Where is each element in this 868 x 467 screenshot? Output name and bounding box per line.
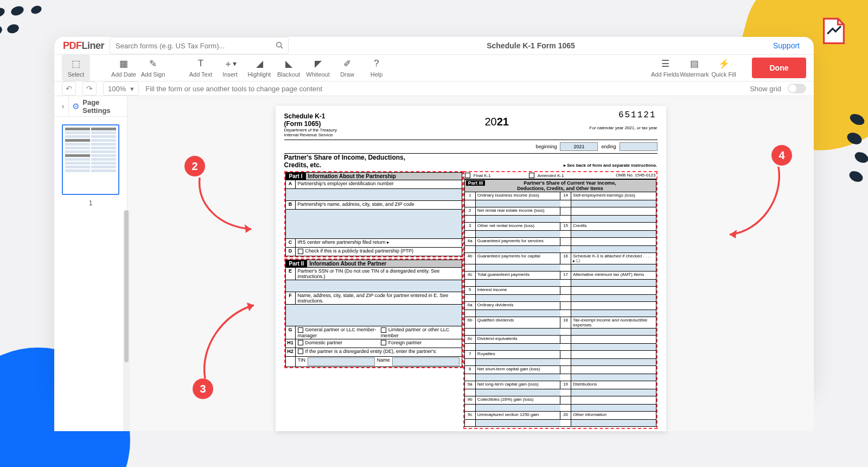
tool-whiteout[interactable]: ◤Whiteout	[304, 55, 332, 81]
cursor-icon: ⬚	[72, 58, 80, 69]
tool-watermark[interactable]: ▤Watermark	[680, 55, 709, 81]
sidebar-header: ‹ ⚙ Page Settings	[54, 96, 127, 117]
tool-quick-fill[interactable]: ⚡Quick Fill	[710, 55, 738, 81]
svg-point-3	[0, 24, 3, 37]
gear-icon: ⚙	[72, 102, 79, 111]
whiteout-icon: ◤	[315, 58, 322, 69]
fields-icon: ☰	[661, 58, 669, 69]
form-page[interactable]: 651121 Schedule K-1 (Form 1065) Departme…	[276, 106, 666, 431]
svg-marker-12	[247, 302, 254, 311]
app-window: PDFLiner Schedule K-1 Form 1065 Support …	[54, 37, 814, 391]
field-B[interactable]	[285, 210, 462, 239]
tool-add-date[interactable]: ▦Add Date	[110, 55, 138, 81]
done-button[interactable]: Done	[752, 58, 806, 78]
header-bar: PDFLiner Schedule K-1 Form 1065 Support	[54, 37, 814, 55]
tool-add-text[interactable]: TAdd Text	[187, 55, 215, 81]
svg-marker-13	[730, 230, 737, 238]
page-thumbnail[interactable]	[62, 124, 119, 195]
draw-icon: ✐	[343, 58, 351, 69]
tool-blackout[interactable]: ◣Blackout	[275, 55, 303, 81]
tool-select[interactable]: ⬚Select	[62, 55, 90, 81]
callout-2: 2	[184, 156, 205, 176]
hint-text: Fill the form or use another tools to ch…	[145, 85, 322, 93]
highlight-box-part2: Part IIInformation About the Partner EPa…	[284, 258, 463, 368]
toolbar: ⬚Select ▦Add Date ✎Add Sign TAdd Text ＋▾…	[54, 55, 814, 81]
thumb-page-number: 1	[62, 199, 119, 207]
app-logo: PDFLiner	[63, 40, 104, 52]
subbar: ↶ ↷ 100%▾ Fill the form or use another t…	[54, 81, 814, 96]
svg-point-2	[30, 4, 43, 15]
svg-point-8	[847, 169, 864, 184]
form-number: 651121	[618, 110, 656, 120]
brand-corner-icon	[819, 16, 848, 46]
show-grid-label: Show grid	[750, 85, 781, 93]
sidebar: ‹ ⚙ Page Settings 1	[54, 96, 127, 431]
decoration-paint-right	[825, 109, 868, 185]
schedule-title: Schedule K-1	[284, 112, 463, 120]
help-icon: ?	[374, 58, 379, 69]
support-link[interactable]: Support	[773, 41, 805, 50]
search-input[interactable]	[110, 37, 289, 54]
highlight-icon: ◢	[256, 58, 263, 69]
highlight-box-part3: Final K-1 Amended K-1 OMB No. 1545-0123 …	[463, 171, 658, 429]
field-E[interactable]	[285, 280, 462, 292]
chevron-down-icon: ▾	[130, 85, 134, 93]
tool-add-fields[interactable]: ☰Add Fields	[651, 55, 679, 81]
arrow-2	[192, 172, 262, 237]
svg-marker-11	[245, 224, 251, 233]
plus-icon: ＋▾	[224, 58, 237, 69]
sidebar-back-button[interactable]: ‹	[58, 96, 69, 116]
tool-help[interactable]: ?Help	[362, 55, 391, 81]
calendar-icon: ▦	[119, 58, 128, 69]
zoom-dropdown[interactable]: 100%▾	[103, 81, 139, 96]
undo-button[interactable]: ↶	[62, 81, 76, 96]
watermark-icon: ▤	[690, 58, 699, 69]
arrow-3	[197, 297, 262, 384]
show-grid-toggle[interactable]	[788, 84, 806, 93]
signature-icon: ✎	[149, 58, 157, 69]
svg-point-9	[277, 42, 282, 47]
omb-number: OMB No. 1545-0123	[592, 172, 656, 179]
tool-insert[interactable]: ＋▾Insert	[216, 55, 244, 81]
tool-draw[interactable]: ✐Draw	[333, 55, 361, 81]
svg-point-0	[0, 6, 6, 18]
search-wrap	[110, 37, 289, 54]
svg-point-5	[848, 112, 866, 127]
decoration-paint-tl	[0, 4, 61, 48]
arrow-4	[722, 161, 787, 243]
svg-point-4	[6, 23, 20, 34]
blackout-icon: ◣	[285, 58, 292, 69]
see-back-note: ▸ See back of form and separate instruct…	[564, 161, 658, 168]
page-settings-label[interactable]: Page Settings	[82, 98, 124, 115]
workspace: ‹ ⚙ Page Settings 1 651121 Sche	[54, 96, 814, 431]
bolt-icon: ⚡	[718, 58, 730, 69]
callout-3: 3	[193, 378, 213, 399]
text-icon: T	[198, 58, 203, 69]
tool-add-sign[interactable]: ✎Add Sign	[139, 55, 167, 81]
field-A[interactable]	[285, 189, 462, 201]
canvas[interactable]: 651121 Schedule K-1 (Form 1065) Departme…	[127, 96, 814, 431]
callout-4: 4	[771, 145, 792, 166]
svg-point-1	[10, 4, 25, 17]
search-icon[interactable]	[276, 41, 283, 51]
form-no: (Form 1065)	[284, 120, 463, 128]
beginning-date-input[interactable]: 2021	[560, 142, 598, 151]
document-title: Schedule K-1 Form 1065	[294, 41, 768, 50]
svg-line-10	[281, 47, 283, 49]
ending-date-input[interactable]	[620, 142, 658, 151]
svg-point-7	[853, 150, 868, 165]
sidebar-scrollbar[interactable]	[123, 210, 130, 431]
svg-point-6	[845, 130, 864, 147]
dept-treasury: Department of the Treasury	[284, 128, 463, 132]
tax-year: 2021	[463, 112, 531, 140]
redo-button[interactable]: ↷	[82, 81, 97, 96]
tool-highlight[interactable]: ◢Highlight	[245, 55, 273, 81]
highlight-box-part1: Part IInformation About the Partnership …	[284, 171, 463, 257]
checkbox-ptp[interactable]	[298, 249, 303, 254]
irs-label: Internal Revenue Service	[284, 132, 463, 137]
field-F[interactable]	[285, 305, 462, 326]
